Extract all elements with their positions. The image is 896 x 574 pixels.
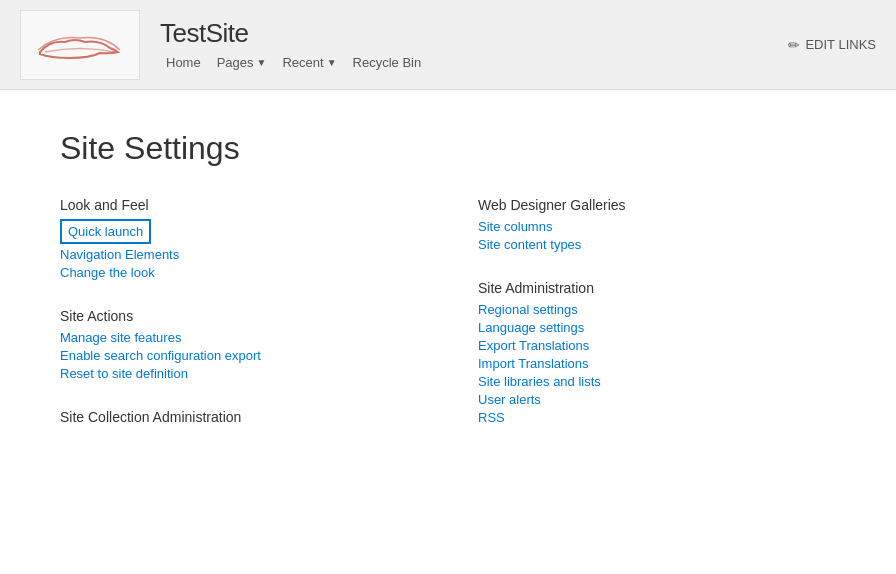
look-and-feel-section: Look and Feel Quick launch Navigation El… <box>60 197 418 280</box>
site-administration-section: Site Administration Regional settings La… <box>478 280 836 425</box>
nav-pages[interactable]: Pages ▼ <box>211 53 273 72</box>
change-the-look-link[interactable]: Change the look <box>60 265 418 280</box>
settings-grid: Look and Feel Quick launch Navigation El… <box>60 197 836 453</box>
quick-launch-link[interactable]: Quick launch <box>60 219 151 244</box>
site-actions-section: Site Actions Manage site features Enable… <box>60 308 418 381</box>
edit-links-label: EDIT LINKS <box>805 37 876 52</box>
enable-search-config-link[interactable]: Enable search configuration export <box>60 348 418 363</box>
site-title: TestSite <box>160 18 427 49</box>
nav-home[interactable]: Home <box>160 53 207 72</box>
right-column: Web Designer Galleries Site columns Site… <box>478 197 836 453</box>
export-translations-link[interactable]: Export Translations <box>478 338 836 353</box>
site-title-area: TestSite Home Pages ▼ Recent ▼ Recycle B… <box>160 18 427 72</box>
main-content: Site Settings Look and Feel Quick launch… <box>0 90 896 493</box>
web-designer-galleries-heading: Web Designer Galleries <box>478 197 836 213</box>
site-content-types-link[interactable]: Site content types <box>478 237 836 252</box>
nav-links: Home Pages ▼ Recent ▼ Recycle Bin <box>160 53 427 72</box>
page-title: Site Settings <box>60 130 836 167</box>
left-column: Look and Feel Quick launch Navigation El… <box>60 197 418 453</box>
site-libraries-lists-link[interactable]: Site libraries and lists <box>478 374 836 389</box>
look-and-feel-heading: Look and Feel <box>60 197 418 213</box>
web-designer-galleries-section: Web Designer Galleries Site columns Site… <box>478 197 836 252</box>
site-logo <box>20 10 140 80</box>
regional-settings-link[interactable]: Regional settings <box>478 302 836 317</box>
pencil-icon: ✏ <box>788 37 800 53</box>
import-translations-link[interactable]: Import Translations <box>478 356 836 371</box>
navigation-elements-link[interactable]: Navigation Elements <box>60 247 418 262</box>
nav-recycle-bin[interactable]: Recycle Bin <box>347 53 428 72</box>
site-administration-heading: Site Administration <box>478 280 836 296</box>
recent-chevron-icon: ▼ <box>327 57 337 68</box>
pages-chevron-icon: ▼ <box>257 57 267 68</box>
language-settings-link[interactable]: Language settings <box>478 320 836 335</box>
manage-site-features-link[interactable]: Manage site features <box>60 330 418 345</box>
user-alerts-link[interactable]: User alerts <box>478 392 836 407</box>
site-collection-admin-heading: Site Collection Administration <box>60 409 418 425</box>
site-collection-admin-section: Site Collection Administration <box>60 409 418 425</box>
top-navigation: TestSite Home Pages ▼ Recent ▼ Recycle B… <box>0 0 896 90</box>
nav-recent[interactable]: Recent ▼ <box>276 53 342 72</box>
site-actions-heading: Site Actions <box>60 308 418 324</box>
site-columns-link[interactable]: Site columns <box>478 219 836 234</box>
edit-links-button[interactable]: ✏ EDIT LINKS <box>788 37 876 53</box>
reset-site-definition-link[interactable]: Reset to site definition <box>60 366 418 381</box>
rss-link[interactable]: RSS <box>478 410 836 425</box>
